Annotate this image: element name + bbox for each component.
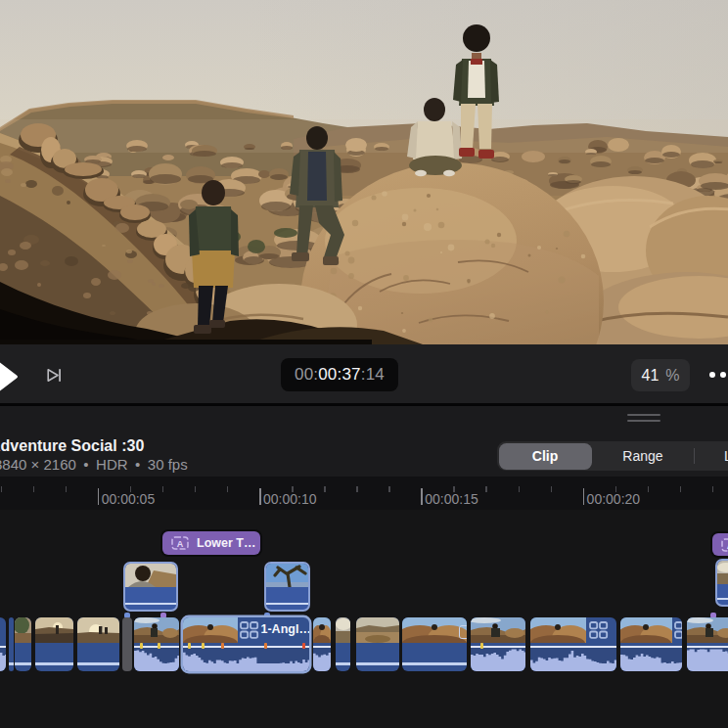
svg-text:A: A	[177, 539, 184, 549]
